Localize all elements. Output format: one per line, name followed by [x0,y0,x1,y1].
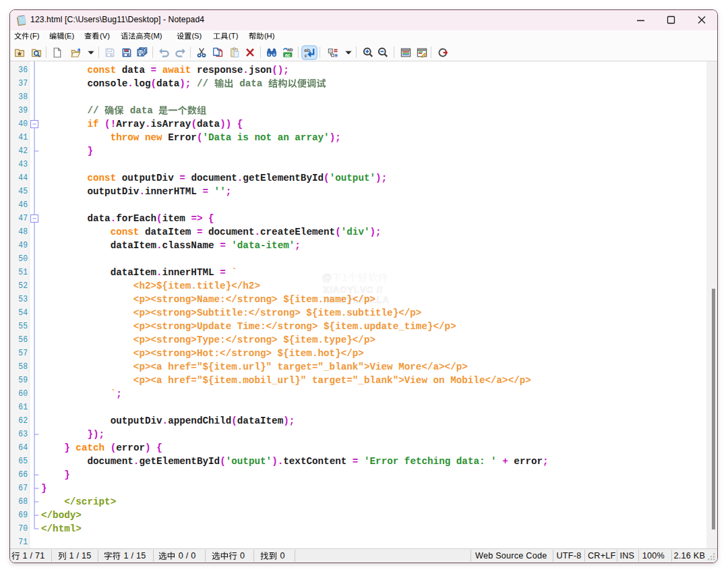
svg-text:ac: ac [285,52,291,58]
svg-text:c: c [304,53,307,59]
